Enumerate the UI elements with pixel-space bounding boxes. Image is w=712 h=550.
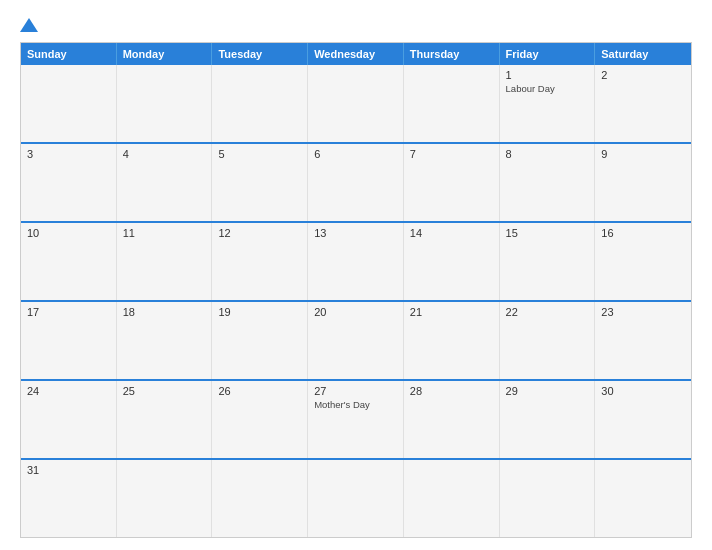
week-row-5: 31 bbox=[21, 458, 691, 537]
day-number: 13 bbox=[314, 227, 397, 239]
day-cell: 5 bbox=[212, 144, 308, 221]
day-cell: 16 bbox=[595, 223, 691, 300]
day-number: 8 bbox=[506, 148, 589, 160]
holiday-label: Labour Day bbox=[506, 83, 589, 94]
week-row-1: 3456789 bbox=[21, 142, 691, 221]
day-cell bbox=[212, 65, 308, 142]
day-cell: 29 bbox=[500, 381, 596, 458]
day-cell: 21 bbox=[404, 302, 500, 379]
day-header-monday: Monday bbox=[117, 43, 213, 65]
day-number: 10 bbox=[27, 227, 110, 239]
day-number: 25 bbox=[123, 385, 206, 397]
day-cell: 28 bbox=[404, 381, 500, 458]
day-cell bbox=[212, 460, 308, 537]
day-number: 20 bbox=[314, 306, 397, 318]
day-number: 19 bbox=[218, 306, 301, 318]
day-cell: 25 bbox=[117, 381, 213, 458]
day-cell bbox=[21, 65, 117, 142]
day-cell: 12 bbox=[212, 223, 308, 300]
day-number: 18 bbox=[123, 306, 206, 318]
day-cell: 3 bbox=[21, 144, 117, 221]
day-number: 7 bbox=[410, 148, 493, 160]
day-cell: 9 bbox=[595, 144, 691, 221]
day-header-tuesday: Tuesday bbox=[212, 43, 308, 65]
day-header-thursday: Thursday bbox=[404, 43, 500, 65]
day-cell: 10 bbox=[21, 223, 117, 300]
day-cell: 17 bbox=[21, 302, 117, 379]
day-cell: 20 bbox=[308, 302, 404, 379]
week-row-4: 24252627Mother's Day282930 bbox=[21, 379, 691, 458]
day-cell: 24 bbox=[21, 381, 117, 458]
day-cell: 1Labour Day bbox=[500, 65, 596, 142]
day-number: 23 bbox=[601, 306, 685, 318]
day-number: 4 bbox=[123, 148, 206, 160]
week-row-0: 1Labour Day2 bbox=[21, 65, 691, 142]
header bbox=[20, 18, 692, 32]
day-number: 28 bbox=[410, 385, 493, 397]
day-number: 3 bbox=[27, 148, 110, 160]
day-number: 24 bbox=[27, 385, 110, 397]
day-number: 5 bbox=[218, 148, 301, 160]
day-number: 1 bbox=[506, 69, 589, 81]
day-number: 11 bbox=[123, 227, 206, 239]
day-cell bbox=[595, 460, 691, 537]
day-cell: 8 bbox=[500, 144, 596, 221]
holiday-label: Mother's Day bbox=[314, 399, 397, 410]
page: SundayMondayTuesdayWednesdayThursdayFrid… bbox=[0, 0, 712, 550]
day-cell: 18 bbox=[117, 302, 213, 379]
day-number: 21 bbox=[410, 306, 493, 318]
day-number: 17 bbox=[27, 306, 110, 318]
day-cell bbox=[308, 460, 404, 537]
day-number: 31 bbox=[27, 464, 110, 476]
day-cell: 2 bbox=[595, 65, 691, 142]
day-cell bbox=[500, 460, 596, 537]
day-header-wednesday: Wednesday bbox=[308, 43, 404, 65]
day-number: 15 bbox=[506, 227, 589, 239]
day-number: 30 bbox=[601, 385, 685, 397]
day-number: 9 bbox=[601, 148, 685, 160]
day-header-friday: Friday bbox=[500, 43, 596, 65]
day-number: 12 bbox=[218, 227, 301, 239]
day-cell: 4 bbox=[117, 144, 213, 221]
weeks-container: 1Labour Day23456789101112131415161718192… bbox=[21, 65, 691, 537]
day-cell bbox=[117, 460, 213, 537]
day-cell: 23 bbox=[595, 302, 691, 379]
calendar-grid: SundayMondayTuesdayWednesdayThursdayFrid… bbox=[20, 42, 692, 538]
day-number: 6 bbox=[314, 148, 397, 160]
day-number: 22 bbox=[506, 306, 589, 318]
day-number: 16 bbox=[601, 227, 685, 239]
day-number: 29 bbox=[506, 385, 589, 397]
day-cell: 19 bbox=[212, 302, 308, 379]
day-cell: 26 bbox=[212, 381, 308, 458]
week-row-2: 10111213141516 bbox=[21, 221, 691, 300]
day-cell: 6 bbox=[308, 144, 404, 221]
day-cell: 14 bbox=[404, 223, 500, 300]
day-cell: 31 bbox=[21, 460, 117, 537]
day-cell: 30 bbox=[595, 381, 691, 458]
day-number: 2 bbox=[601, 69, 685, 81]
day-cell bbox=[404, 460, 500, 537]
day-cell: 11 bbox=[117, 223, 213, 300]
week-row-3: 17181920212223 bbox=[21, 300, 691, 379]
day-cell: 7 bbox=[404, 144, 500, 221]
day-cell: 13 bbox=[308, 223, 404, 300]
day-number: 14 bbox=[410, 227, 493, 239]
svg-marker-0 bbox=[20, 18, 38, 32]
day-header-sunday: Sunday bbox=[21, 43, 117, 65]
day-cell bbox=[308, 65, 404, 142]
day-headers-row: SundayMondayTuesdayWednesdayThursdayFrid… bbox=[21, 43, 691, 65]
day-cell bbox=[117, 65, 213, 142]
day-cell: 27Mother's Day bbox=[308, 381, 404, 458]
day-number: 27 bbox=[314, 385, 397, 397]
logo bbox=[20, 18, 42, 32]
logo-flag-icon bbox=[20, 18, 38, 32]
day-header-saturday: Saturday bbox=[595, 43, 691, 65]
day-cell: 15 bbox=[500, 223, 596, 300]
day-number: 26 bbox=[218, 385, 301, 397]
day-cell bbox=[404, 65, 500, 142]
day-cell: 22 bbox=[500, 302, 596, 379]
